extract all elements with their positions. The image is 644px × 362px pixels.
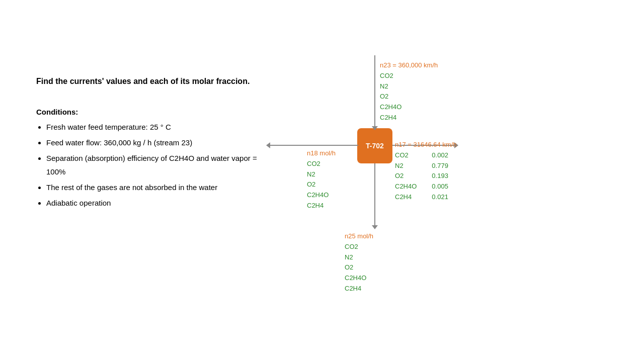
bottom-stream-o2: O2 [345,262,373,273]
left-stream-c2h4: C2H4 [307,201,336,211]
left-stream-co2: CO2 [307,159,336,169]
bottom-stream-label: n25 mol/h CO2 N2 O2 C2H4O C2H4 [345,231,373,294]
right-n2: N2 [395,161,417,171]
bottom-stream-co2: CO2 [345,242,373,252]
left-stream-o2: O2 [307,179,336,190]
top-stream-flow: n23 = 360,000 km/h [380,60,438,71]
top-stream-co2: CO2 [380,71,438,81]
condition-4: The rest of the gases are not absorbed i… [46,180,263,194]
right-o2: O2 [395,171,417,182]
left-stream-n2: N2 [307,169,336,180]
top-stream-label: n23 = 360,000 km/h CO2 N2 O2 C2H4O C2H4 [380,60,438,123]
top-stream-arrow [374,55,375,130]
right-c2h4-frac: 0.021 [432,192,448,203]
condition-2: Feed water flow: 360,000 kg / h (stream … [46,136,263,149]
right-c2h4o: C2H4O [395,182,417,192]
right-stream-label: n17 = 31646.64 km/h CO2 N2 O2 C2H4O C2H4… [395,140,457,203]
right-o2-frac: 0.193 [432,171,448,182]
unit-box-t702: T-702 [357,128,392,163]
left-stream-flow: n18 mol/h [307,148,336,159]
top-stream-c2h4o: C2H4O [380,102,438,113]
conditions-list: Fresh water feed temperature: 25 ° C Fee… [36,120,263,210]
top-stream-n2: N2 [380,81,438,92]
left-panel: Find the currents' values and each of it… [36,75,263,212]
right-co2-frac: 0.002 [432,150,448,161]
main-question: Find the currents' values and each of it… [36,75,263,87]
condition-3: Separation (absorption) efficiency of C2… [46,151,263,178]
process-diagram: T-702 n23 = 360,000 km/h CO2 N2 O2 C2H4O… [282,55,624,297]
right-n2-frac: 0.779 [432,161,448,171]
top-stream-c2h4: C2H4 [380,113,438,123]
conditions-title: Conditions: [36,108,263,116]
right-c2h4: C2H4 [395,192,417,203]
condition-1: Fresh water feed temperature: 25 ° C [46,120,263,134]
right-stream-flow: n17 = 31646.64 km/h [395,140,457,150]
left-stream-c2h4o: C2H4O [307,190,336,201]
bottom-stream-arrow [374,163,375,229]
bottom-stream-flow: n25 mol/h [345,231,373,242]
top-stream-o2: O2 [380,92,438,102]
right-co2: CO2 [395,150,417,161]
bottom-stream-c2h4o: C2H4O [345,273,373,284]
bottom-stream-n2: N2 [345,252,373,263]
right-c2h4o-frac: 0.005 [432,182,448,192]
unit-label: T-702 [366,142,384,150]
condition-5: Adiabatic operation [46,196,263,210]
bottom-stream-c2h4: C2H4 [345,284,373,294]
left-stream-arrow [267,145,358,146]
left-stream-label: n18 mol/h CO2 N2 O2 C2H4O C2H4 [307,148,336,211]
